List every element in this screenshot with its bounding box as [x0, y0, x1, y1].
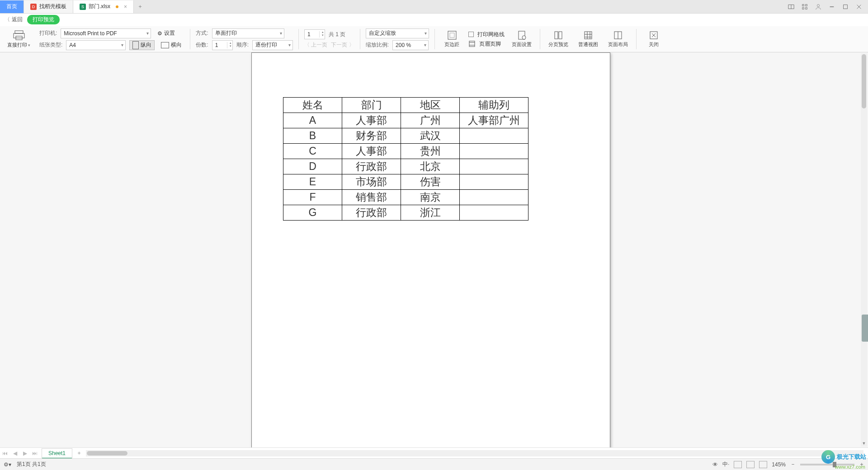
horizontal-scrollbar[interactable]	[84, 450, 868, 456]
view-page-button[interactable]	[746, 461, 755, 468]
back-label: 返回	[12, 16, 23, 24]
direct-print-label: 直接打印	[7, 42, 27, 47]
lang-indicator[interactable]: 中·	[722, 461, 729, 468]
close-preview-button[interactable]: 关闭	[642, 28, 665, 50]
side-panel-handle[interactable]	[862, 315, 868, 342]
page-break-icon	[553, 30, 564, 40]
sheet-tab-active[interactable]: Sheet1	[42, 448, 72, 458]
table-row: C人事部贵州	[283, 144, 528, 159]
portrait-label: 纵向	[141, 41, 151, 49]
separator	[540, 29, 540, 49]
scroll-down-icon[interactable]: ▼	[861, 440, 867, 446]
print-mode-group: 方式: 单面打印 份数: 1▴▾ 顺序: 逐份打印	[196, 28, 293, 50]
tab-home[interactable]: 首页	[0, 0, 24, 13]
preview-canvas[interactable]: 姓名 部门 地区 辅助列 A人事部广州人事部广州 B财务部武汉 C人事部贵州 D…	[0, 52, 868, 447]
margins-label: 页边距	[444, 41, 459, 48]
status-bar: ⚙▾ 第1页 共1页 👁 中· 145% － ＋	[0, 458, 868, 470]
header-cell: 辅助列	[460, 98, 528, 113]
header-footer-group: 打印网格线 页眉页脚	[468, 28, 505, 50]
tab-template-label: 找稻壳模板	[39, 3, 66, 10]
zoom-value[interactable]: 145%	[772, 461, 786, 468]
settings-button[interactable]: ⚙ 设置	[155, 28, 178, 38]
hscroll-thumb[interactable]	[87, 451, 127, 456]
zoom-ratio-select[interactable]: 200 %	[392, 40, 429, 50]
page-setup-label: 页面设置	[512, 41, 532, 48]
gridlines-label: 打印网格线	[477, 31, 505, 38]
mode-select[interactable]: 单面打印	[212, 28, 284, 38]
landscape-button[interactable]: 横向	[158, 40, 184, 50]
paper-type-select[interactable]: A4	[66, 40, 126, 50]
template-icon: D	[30, 4, 37, 10]
sheet-add-button[interactable]: ＋	[74, 448, 84, 458]
svg-rect-5	[806, 7, 807, 9]
svg-rect-23	[585, 32, 592, 39]
page-number-value: 1	[307, 31, 311, 38]
printer-value: Microsoft Print to PDF	[64, 30, 117, 37]
watermark-logo-icon: G	[821, 450, 835, 464]
tab-file-label: 部门.xlsx	[89, 3, 110, 10]
mode-pill-label: 打印预览	[33, 16, 54, 23]
page-layout-button[interactable]: 页面布局	[605, 28, 631, 50]
sheet-tab-label: Sheet1	[48, 450, 66, 456]
maximize-button[interactable]	[839, 1, 852, 12]
prev-page-label: 上一页	[311, 42, 327, 48]
paper-type-label: 纸张类型:	[39, 41, 62, 49]
svg-rect-16	[469, 41, 475, 47]
sheet-nav-first[interactable]: ⏮	[0, 448, 10, 458]
scroll-thumb[interactable]	[862, 54, 866, 108]
svg-rect-21	[555, 32, 558, 39]
next-page-label: 下一页	[331, 42, 347, 48]
direct-print-button[interactable]: 直接打印▾	[3, 28, 35, 50]
svg-rect-22	[559, 32, 562, 39]
back-button[interactable]: 〈 返回	[5, 16, 23, 24]
page-break-preview-button[interactable]: 分页预览	[546, 28, 571, 50]
gridlines-checkbox[interactable]	[468, 32, 474, 37]
svg-rect-4	[802, 7, 804, 9]
page-number-input[interactable]: 1▴▾	[304, 29, 325, 39]
view-normal-button[interactable]	[734, 461, 742, 468]
portrait-button[interactable]: 纵向	[129, 40, 155, 50]
header-row: 〈 返回 打印预览	[0, 14, 868, 26]
user-icon[interactable]	[812, 1, 825, 12]
normal-view-button[interactable]: 普通视图	[576, 28, 601, 50]
separator	[360, 29, 360, 49]
settings-status-icon[interactable]: ⚙▾	[4, 461, 11, 468]
sheet-nav-last[interactable]: ⏭	[30, 448, 40, 458]
appearance-icon[interactable]	[785, 1, 797, 12]
header-footer-label: 页眉页脚	[479, 40, 501, 48]
page-layout-label: 页面布局	[608, 41, 628, 48]
vertical-scrollbar[interactable]: ▲ ▼	[861, 53, 867, 446]
settings-label: 设置	[164, 29, 175, 37]
header-cell: 地区	[401, 98, 460, 113]
mode-pill: 打印预览	[27, 15, 60, 24]
gear-icon: ⚙	[157, 30, 162, 37]
tab-close-icon[interactable]: ×	[124, 4, 127, 10]
zoom-mode-select[interactable]: 自定义缩放	[366, 28, 429, 38]
next-page-button[interactable]: 下一页 〉	[331, 41, 354, 49]
table-row: E市场部伤害	[283, 174, 528, 190]
page-setup-button[interactable]: 页面设置	[509, 28, 534, 50]
minimize-button[interactable]	[826, 1, 838, 12]
printer-select[interactable]: Microsoft Print to PDF	[61, 28, 151, 38]
table-header-row: 姓名 部门 地区 辅助列	[283, 98, 528, 113]
tab-template[interactable]: D 找稻壳模板	[24, 0, 73, 13]
header-footer-button[interactable]: 页眉页脚	[468, 40, 505, 48]
order-select[interactable]: 逐份打印	[252, 40, 293, 50]
printer-icon	[13, 30, 25, 41]
view-break-button[interactable]	[759, 461, 767, 468]
close-button[interactable]	[853, 1, 865, 12]
tab-file[interactable]: S 部门.xlsx ×	[73, 0, 134, 13]
tab-home-label: 首页	[6, 3, 17, 10]
svg-rect-14	[448, 31, 456, 39]
grid-icon[interactable]	[798, 1, 811, 12]
sheet-nav-prev[interactable]: ◀	[10, 448, 20, 458]
eye-icon[interactable]: 👁	[712, 461, 718, 468]
copies-spinner[interactable]: 1▴▾	[212, 40, 233, 50]
page-layout-icon	[613, 30, 623, 40]
tab-add-button[interactable]: ＋	[134, 0, 146, 13]
margins-button[interactable]: 页边距	[440, 28, 464, 50]
page-setup-icon	[516, 30, 527, 40]
zoom-out-button[interactable]: －	[790, 461, 796, 468]
prev-page-button[interactable]: 〈 上一页	[304, 41, 327, 49]
sheet-nav-next[interactable]: ▶	[20, 448, 30, 458]
